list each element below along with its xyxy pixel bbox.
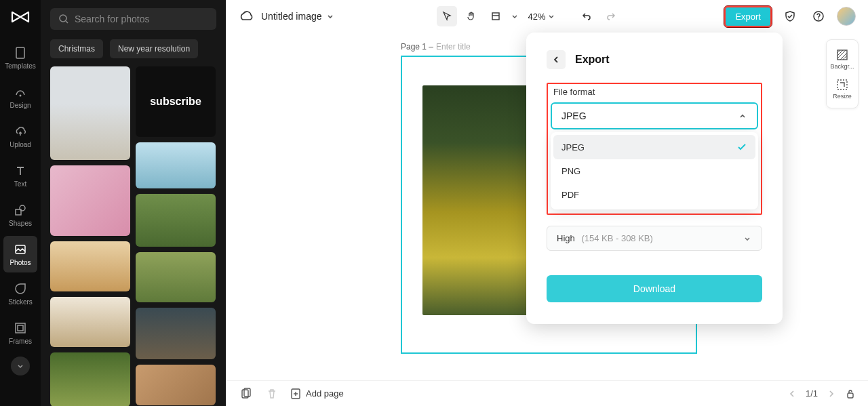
svg-rect-6 — [18, 325, 23, 331]
svg-point-10 — [818, 18, 819, 20]
photo-thumb[interactable] — [136, 252, 216, 302]
design-icon — [13, 85, 28, 100]
doc-title-caret-icon[interactable] — [326, 12, 334, 20]
svg-rect-12 — [837, 80, 847, 89]
chip-new-year[interactable]: New year resolution — [110, 39, 198, 58]
top-bar: Untitled image 42% Export — [226, 0, 868, 33]
search-placeholder: Search for photos — [75, 14, 150, 24]
photo-thumb[interactable]: subscribe — [136, 66, 216, 137]
side-panel: Search for photos Christmas New year res… — [41, 0, 226, 406]
undo-button[interactable] — [576, 6, 597, 26]
rail-templates[interactable]: Templates — [3, 39, 37, 76]
background-tool[interactable]: Backgr... — [827, 44, 858, 74]
rail-label: Frames — [9, 338, 32, 345]
rail-upload[interactable]: Upload — [3, 118, 37, 155]
download-button[interactable]: Download — [547, 275, 762, 302]
redo-button[interactable] — [601, 6, 621, 26]
templates-icon — [13, 45, 28, 60]
upload-icon — [13, 124, 28, 139]
quality-value: High — [557, 233, 575, 243]
page-indicator: 1/1 — [806, 388, 818, 399]
search-icon — [58, 14, 69, 24]
format-option-jpeg[interactable]: JPEG — [553, 135, 755, 159]
rail-photos[interactable]: Photos — [3, 236, 37, 272]
export-title: Export — [575, 54, 610, 66]
rail-label: Text — [14, 180, 26, 188]
crop-tool[interactable] — [486, 6, 506, 26]
photo-thumb[interactable] — [136, 142, 216, 188]
shield-icon[interactable] — [780, 6, 800, 26]
add-page-icon — [290, 388, 302, 400]
file-format-label: File format — [553, 87, 758, 97]
page-meta: Page 1 – Enter title — [401, 42, 471, 52]
frames-icon — [13, 321, 28, 336]
photo-thumb[interactable] — [136, 194, 216, 247]
file-format-dropdown: JPEG PNG PDF — [551, 132, 758, 209]
chip-christmas[interactable]: Christmas — [50, 39, 103, 58]
right-tools: Backgr... Resize — [826, 39, 859, 108]
resize-icon — [835, 78, 849, 92]
photo-thumb[interactable] — [50, 297, 130, 347]
delete-page-button[interactable] — [264, 386, 280, 402]
lock-icon[interactable] — [845, 388, 856, 399]
svg-rect-16 — [848, 393, 853, 398]
search-input[interactable]: Search for photos — [50, 8, 216, 30]
photo-thumb[interactable] — [50, 352, 130, 406]
page-label: Page 1 – — [401, 42, 433, 52]
help-icon[interactable] — [808, 6, 829, 26]
chevron-down-icon — [743, 234, 752, 243]
export-popup: Export File format JPEG JPEG PNG PDF Hig… — [526, 33, 783, 324]
back-button[interactable] — [547, 50, 566, 69]
rail-frames[interactable]: Frames — [3, 314, 37, 351]
app-logo[interactable] — [10, 7, 31, 27]
rail-label: Stickers — [8, 298, 33, 306]
svg-point-7 — [60, 15, 66, 22]
check-icon — [736, 142, 747, 153]
next-page-button[interactable] — [827, 390, 835, 398]
hand-tool[interactable] — [461, 6, 481, 26]
cursor-tool[interactable] — [437, 6, 457, 26]
format-option-png[interactable]: PNG — [553, 159, 755, 183]
photo-thumb[interactable] — [136, 308, 216, 359]
stickers-icon — [13, 281, 28, 296]
rail-shapes[interactable]: Shapes — [3, 197, 37, 233]
photos-icon — [13, 242, 28, 257]
svg-rect-5 — [16, 323, 25, 333]
quality-select[interactable]: High (154 KB - 308 KB) — [547, 226, 762, 251]
select-value: JPEG — [561, 110, 587, 121]
prev-page-button[interactable] — [788, 390, 796, 398]
file-format-select[interactable]: JPEG — [551, 102, 758, 129]
crop-caret-icon[interactable] — [510, 6, 519, 26]
doc-title[interactable]: Untitled image — [261, 11, 322, 22]
photo-thumb[interactable] — [50, 66, 130, 160]
rail-more[interactable] — [11, 357, 30, 375]
add-page-button[interactable]: Add page — [290, 388, 344, 400]
background-icon — [835, 48, 849, 62]
cloud-sync-icon[interactable] — [238, 10, 253, 22]
chevron-up-icon — [738, 111, 747, 121]
photo-thumb[interactable] — [136, 365, 216, 405]
text-icon — [13, 163, 28, 178]
rail-label: Photos — [9, 259, 31, 266]
rail-stickers[interactable]: Stickers — [3, 275, 37, 312]
rail-label: Shapes — [9, 220, 32, 227]
bottom-bar: Add page 1/1 — [226, 380, 868, 406]
export-button[interactable]: Export — [724, 6, 772, 27]
avatar[interactable] — [837, 7, 856, 26]
rail-design[interactable]: Design — [3, 79, 37, 115]
shapes-icon — [13, 203, 28, 218]
rail-text[interactable]: Text — [3, 157, 37, 194]
svg-rect-8 — [492, 13, 499, 20]
rail-label: Templates — [5, 62, 36, 70]
photo-thumb[interactable] — [50, 165, 130, 236]
zoom-level[interactable]: 42% — [524, 12, 559, 22]
format-option-pdf[interactable]: PDF — [553, 183, 755, 207]
rail-label: Design — [9, 102, 31, 109]
duplicate-page-button[interactable] — [238, 386, 254, 402]
photo-thumb[interactable] — [50, 241, 130, 291]
page-title-input[interactable]: Enter title — [436, 42, 471, 52]
thumb-text: subscribe — [150, 96, 201, 108]
svg-point-1 — [20, 95, 22, 97]
resize-tool[interactable]: Resize — [827, 74, 858, 104]
photo-grid: subscribe — [50, 66, 216, 406]
